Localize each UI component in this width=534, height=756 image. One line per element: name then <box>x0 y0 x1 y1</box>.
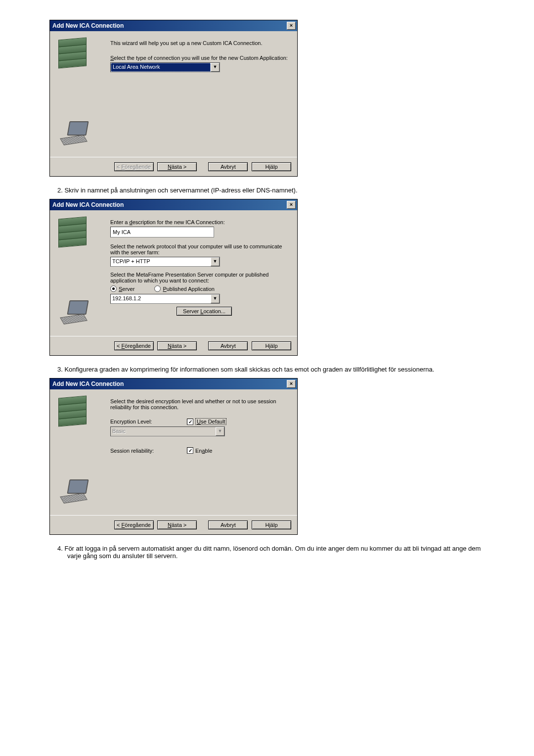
radio-published-app[interactable] <box>154 285 161 292</box>
dialog-footer: < Föregående Nästa > Avbryt Hjälp <box>50 515 297 534</box>
dialog-footer: < Föregående Nästa > Avbryt Hjälp <box>50 157 297 176</box>
description-input[interactable] <box>110 227 214 237</box>
wizard-graphic <box>56 395 105 509</box>
session-reliability-label: Session reliability: <box>110 448 187 454</box>
cancel-button[interactable]: Avbryt <box>208 162 248 171</box>
dialog-2: Add New ICA Connection × Enter a descrip… <box>49 199 298 356</box>
encryption-level-value: Basic <box>111 427 216 435</box>
help-button[interactable]: Hjälp <box>252 520 291 529</box>
select-type-label: Select the type of connection you will u… <box>110 55 291 61</box>
description-label: Enter a description for the new ICA Conn… <box>110 219 291 225</box>
close-icon[interactable]: × <box>287 380 296 388</box>
cancel-button[interactable]: Avbryt <box>208 520 248 529</box>
step-4-text: 4. För att logga in på servern automatis… <box>49 545 485 560</box>
encryption-level-select: Basic ▼ <box>110 426 225 436</box>
encryption-level-label: Encryption Level: <box>110 419 187 425</box>
use-default-label: Use Default <box>195 418 226 425</box>
next-button[interactable]: Nästa > <box>157 162 197 171</box>
radio-server-label: Server <box>119 286 134 292</box>
prev-button: < Föregående <box>114 162 154 171</box>
wizard-graphic <box>56 216 105 330</box>
help-button[interactable]: Hjälp <box>252 162 291 171</box>
dialog-title: Add New ICA Connection <box>52 201 124 208</box>
titlebar: Add New ICA Connection × <box>50 378 297 389</box>
prev-button[interactable]: < Föregående <box>114 520 154 529</box>
protocol-value: TCP/IP + HTTP <box>111 258 211 266</box>
use-default-checkbox[interactable]: ✓ <box>187 419 193 425</box>
server-select[interactable]: 192.168.1.2 ▼ <box>110 294 220 304</box>
protocol-label: Select the network protocol that your co… <box>110 243 291 255</box>
connection-type-select[interactable]: Local Area Network ▼ <box>110 62 220 72</box>
prev-button[interactable]: < Föregående <box>114 341 154 350</box>
protocol-select[interactable]: TCP/IP + HTTP ▼ <box>110 257 220 267</box>
chevron-down-icon[interactable]: ▼ <box>211 63 220 72</box>
next-button[interactable]: Nästa > <box>157 341 197 350</box>
connection-type-value: Local Area Network <box>111 63 211 72</box>
metaframe-label: Select the MetaFrame Presentation Server… <box>110 272 291 284</box>
titlebar: Add New ICA Connection × <box>50 199 297 210</box>
chevron-down-icon[interactable]: ▼ <box>211 257 220 266</box>
chevron-down-icon[interactable]: ▼ <box>211 294 220 303</box>
next-button[interactable]: Nästa > <box>157 520 197 529</box>
close-icon[interactable]: × <box>287 201 296 209</box>
radio-published-label: Published Application <box>163 286 215 292</box>
chevron-down-icon: ▼ <box>216 427 224 436</box>
enable-checkbox[interactable]: ✓ <box>187 447 193 454</box>
enable-label: Enable <box>195 448 212 454</box>
encryption-intro: Select the desired encryption level and … <box>110 398 291 410</box>
step-3-text: 3. Konfigurera graden av komprimering fö… <box>49 366 485 373</box>
dialog-3: Add New ICA Connection × Select the desi… <box>49 378 298 535</box>
server-value: 192.168.1.2 <box>111 295 211 303</box>
wizard-graphic <box>56 37 105 151</box>
dialog-1: Add New ICA Connection × This wizard wil… <box>49 20 298 177</box>
radio-server[interactable] <box>110 285 117 292</box>
intro-text: This wizard will help you set up a new C… <box>110 40 291 46</box>
dialog-footer: < Föregående Nästa > Avbryt Hjälp <box>50 336 297 355</box>
server-location-button[interactable]: Server Location... <box>177 307 232 316</box>
dialog-title: Add New ICA Connection <box>52 380 124 387</box>
cancel-button[interactable]: Avbryt <box>208 341 248 350</box>
close-icon[interactable]: × <box>287 22 296 30</box>
dialog-title: Add New ICA Connection <box>52 22 124 29</box>
step-2-text: 2. Skriv in namnet på anslutningen och s… <box>49 187 485 194</box>
titlebar: Add New ICA Connection × <box>50 20 297 31</box>
help-button[interactable]: Hjälp <box>252 341 291 350</box>
